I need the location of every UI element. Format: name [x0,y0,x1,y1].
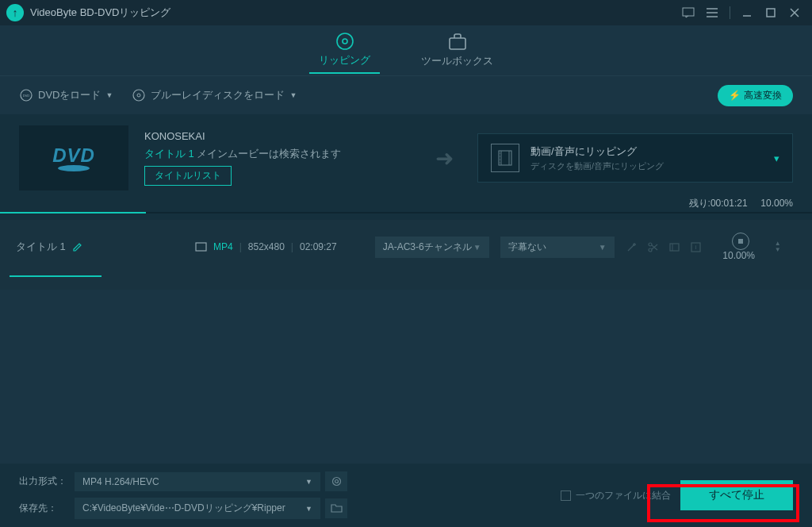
title-name-label: タイトル 1 [16,240,66,254]
chevron-down-icon: ▼ [305,478,312,486]
screen-icon [195,242,207,252]
svg-rect-5 [767,9,775,17]
maximize-button[interactable] [760,3,782,22]
app-logo [6,4,24,21]
svg-point-23 [649,243,652,246]
disc-icon [335,33,355,50]
output-format-label: 出力形式： [19,475,68,488]
checkbox-icon [561,490,571,501]
chevron-down-icon: ▼ [775,247,781,253]
load-bar: DVD DVDをロード ▼ ブルーレイディスクをロード ▼ ⚡ 高速変換 [0,76,812,114]
svg-point-24 [649,248,652,252]
main-tabs: リッピング ツールボックス [0,25,812,76]
resolution-label: 852x480 [248,241,285,252]
svg-rect-27 [670,244,679,251]
load-bluray-button[interactable]: ブルーレイディスクをロード ▼ [132,88,297,102]
svg-point-8 [337,33,353,49]
feedback-icon[interactable] [677,3,699,22]
action-icons: i [626,241,702,253]
close-button[interactable] [783,3,806,22]
subtitle-dropdown[interactable]: 字幕ない ▼ [500,237,615,258]
duration-label: 02:09:27 [300,241,337,252]
load-bluray-label: ブルーレイディスクをロード [151,88,285,102]
progress-info: 残り:00:01:21 10.00% [19,197,793,210]
disc-main-movie-text: メインムービーは検索されます [197,148,341,160]
briefcase-icon [447,33,468,51]
progress-bar [0,212,812,213]
info-icon[interactable]: i [690,241,702,253]
app-title: VideoByte BD-DVDリッピング [30,6,170,20]
svg-rect-22 [196,243,206,251]
title-row: タイトル 1 MP4 | 852x480 | 02:09:27 JA-AC3-6… [16,233,796,261]
rip-target-panel[interactable]: 動画/音声にリッピング ディスクを動画/音声にリッピング ▾ [477,133,793,183]
edit-icon[interactable] [72,242,82,252]
speed-badge[interactable]: ⚡ 高速変換 [718,85,793,106]
tab-ripping[interactable]: リッピング [309,28,380,74]
bottom-bar: 出力形式： MP4 H.264/HEVC ▼ 保存先： C:¥VideoByte… [0,464,812,527]
title-list-button[interactable]: タイトルリスト [144,166,232,186]
chevron-down-icon: ▼ [305,505,312,513]
load-dvd-label: DVDをロード [38,88,101,102]
folder-icon [331,503,343,514]
remaining-label: 残り: [689,198,710,209]
disc-panel: DVD KONOSEKAI タイトル 1 メインムービーは検索されます タイトル… [0,114,812,220]
save-to-dropdown[interactable]: C:¥VideoByte¥Vide⋯D-DVDリッピング¥Ripper ▼ [75,498,320,519]
divider-icon [725,3,734,22]
audio-track-value: JA-AC3-6チャンネル [383,240,472,254]
dvd-thumbnail: DVD [19,125,128,190]
svg-line-25 [652,245,657,250]
svg-rect-15 [499,151,511,165]
stop-all-button[interactable]: すべて停止 [680,480,793,510]
title-name-cell: タイトル 1 [16,240,119,254]
save-to-value: C:¥VideoByte¥Vide⋯D-DVDリッピング¥Ripper [82,502,285,515]
chevron-down-icon: ▼ [599,243,607,252]
audio-track-dropdown[interactable]: JA-AC3-6チャンネル ▼ [375,237,489,258]
svg-point-20 [500,159,500,160]
stop-button[interactable] [732,233,749,250]
output-settings-button[interactable] [325,471,347,491]
titlebar: VideoByte BD-DVDリッピング [0,0,812,25]
format-info: MP4 | 852x480 | 02:09:27 [195,241,337,252]
output-format-dropdown[interactable]: MP4 H.264/HEVC ▼ [75,472,320,491]
scissors-icon[interactable] [647,241,659,253]
chevron-down-icon: ▼ [473,243,481,252]
speed-badge-label: 高速変換 [744,89,782,102]
merge-checkbox[interactable]: 一つのファイルに結合 [561,489,671,502]
rip-target-title: 動画/音声にリッピング [530,144,763,159]
remaining-time: 00:01:21 [710,198,748,209]
tab-toolbox[interactable]: ツールボックス [412,29,503,73]
chevron-down-icon: ▾ [774,152,779,164]
arrow-right-icon: ➜ [435,145,454,171]
dvd-disc-icon: DVD [19,88,33,102]
menu-icon[interactable] [701,3,723,22]
row-percent: 10.00% [719,250,759,261]
minimize-button[interactable] [736,3,758,22]
subtitle-value: 字幕ない [508,240,546,254]
svg-point-13 [133,90,144,101]
tab-toolbox-label: ツールボックス [421,54,493,68]
load-dvd-button[interactable]: DVD DVDをロード ▼ [19,88,113,102]
sort-arrows[interactable]: ▲ ▼ [775,240,781,253]
disc-subtitle: タイトル 1 メインムービーは検索されます [144,147,412,161]
wand-icon[interactable] [626,241,638,253]
open-folder-button[interactable] [325,498,347,518]
svg-point-32 [335,480,338,483]
save-to-label: 保存先： [19,502,68,515]
format-label: MP4 [213,241,233,252]
disc-name: KONOSEKAI [144,130,412,142]
svg-text:DVD: DVD [23,94,30,98]
svg-point-14 [137,94,140,97]
svg-point-18 [500,152,500,153]
svg-text:i: i [695,244,696,251]
lightning-icon: ⚡ [729,90,741,101]
progress-fill [0,212,146,213]
svg-rect-0 [683,8,694,16]
chevron-down-icon: ▼ [105,91,113,99]
svg-line-26 [652,244,657,249]
film-icon [491,144,519,172]
compress-icon[interactable] [668,241,680,253]
bluray-disc-icon [132,88,146,102]
svg-point-21 [500,162,500,163]
output-format-value: MP4 H.264/HEVC [82,476,159,487]
title-area: タイトル 1 MP4 | 852x480 | 02:09:27 JA-AC3-6… [0,220,812,290]
